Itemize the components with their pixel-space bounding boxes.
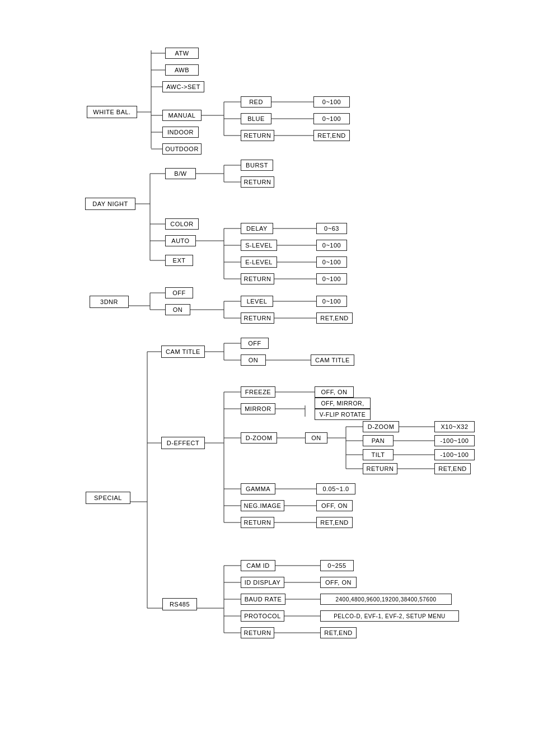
d-zoom-val-node: X10~X32 — [434, 421, 475, 432]
d-zoom-node: D-ZOOM — [241, 432, 277, 444]
off-3dnr-node: OFF — [165, 287, 193, 298]
color-node: COLOR — [165, 218, 199, 230]
on-3dnr-node: ON — [165, 304, 190, 315]
ret-end-3dnr-node: RET,END — [316, 312, 353, 324]
ret-end-wb-node: RET,END — [313, 130, 350, 141]
cam-title-off-node: OFF — [241, 338, 269, 349]
burst-node: BURST — [241, 160, 273, 171]
level-3dnr-node: LEVEL — [241, 296, 273, 307]
ret-end-de-node: RET,END — [316, 517, 353, 528]
delay-node: DELAY — [241, 223, 273, 234]
ext-node: EXT — [165, 255, 193, 266]
cam-id-node: CAM ID — [241, 560, 275, 571]
special-node: SPECIAL — [86, 492, 130, 504]
d-zoom-sub-node: D-ZOOM — [363, 421, 399, 432]
d-zoom-on-node: ON — [305, 432, 327, 444]
cam-title-on-node: ON — [241, 354, 266, 366]
freeze-node: FREEZE — [241, 386, 275, 398]
pan-node: PAN — [363, 435, 394, 446]
diagram: WHITE BAL. ATW AWB AWC->SET MANUAL INDOO… — [0, 0, 534, 756]
return-dn-node: RETURN — [241, 273, 274, 284]
bw-node: B/W — [165, 168, 196, 179]
red-val-node: 0~100 — [313, 96, 350, 108]
baud-val-node: 2400,4800,9600,19200,38400,57600 — [320, 594, 452, 605]
freeze-val-node: OFF, ON — [315, 386, 354, 398]
atw-node: ATW — [165, 48, 199, 59]
mirror-node: MIRROR — [241, 403, 275, 414]
id-display-val-node: OFF, ON — [320, 577, 357, 588]
return-rs-node: RETURN — [241, 627, 274, 638]
red-node: RED — [241, 96, 271, 108]
blue-node: BLUE — [241, 113, 271, 124]
gamma-val-node: 0.05~1.0 — [316, 483, 355, 494]
id-display-node: ID DISPLAY — [241, 577, 284, 588]
slevel-node: S-LEVEL — [241, 240, 277, 251]
delay-val-node: 0~63 — [316, 223, 347, 234]
return-dn-val-node: 0~100 — [316, 273, 347, 284]
tdnr-node: 3DNR — [90, 296, 129, 308]
day-night-node: DAY NIGHT — [85, 198, 135, 210]
auto-node: AUTO — [165, 235, 196, 246]
mirror-val-node: OFF, MIRROR, — [315, 398, 371, 409]
cam-id-val-node: 0~255 — [320, 560, 354, 571]
mirror-val2-node: V-FLIP ROTATE — [315, 409, 371, 420]
slevel-val-node: 0~100 — [316, 240, 347, 251]
rs485-node: RS485 — [162, 598, 197, 610]
baud-rate-node: BAUD RATE — [241, 594, 285, 605]
return-3dnr-node: RETURN — [241, 312, 274, 324]
neg-val-node: OFF, ON — [316, 500, 353, 511]
cam-title-val-node: CAM TITLE — [311, 354, 354, 366]
tilt-val-node: -100~100 — [434, 449, 475, 460]
return-dz-node: RETURN — [363, 463, 397, 474]
elevel-node: E-LEVEL — [241, 256, 277, 268]
manual-node: MANUAL — [162, 110, 202, 121]
neg-image-node: NEG.IMAGE — [241, 500, 284, 511]
d-effect-node: D-EFFECT — [161, 437, 205, 449]
return-wb-node: RETURN — [241, 130, 274, 141]
return-de-node: RETURN — [241, 517, 274, 528]
indoor-node: INDOOR — [162, 127, 199, 138]
white-bal-node: WHITE BAL. — [87, 106, 137, 118]
gamma-node: GAMMA — [241, 483, 275, 494]
ret-end-dz-node: RET,END — [434, 463, 471, 474]
protocol-node: PROTOCOL — [241, 610, 284, 622]
outdoor-node: OUTDOOR — [162, 143, 202, 155]
ret-end-rs-node: RET,END — [320, 627, 357, 638]
pan-val-node: -100~100 — [434, 435, 475, 446]
tilt-node: TILT — [363, 449, 394, 460]
cam-title-node: CAM TITLE — [161, 346, 205, 358]
awb-node: AWB — [165, 64, 199, 76]
return-bw-node: RETURN — [241, 176, 274, 188]
level-val-node: 0~100 — [316, 296, 347, 307]
protocol-val-node: PELCO-D, EVF-1, EVF-2, SETUP MENU — [320, 610, 459, 622]
awc-set-node: AWC->SET — [162, 81, 204, 92]
elevel-val-node: 0~100 — [316, 256, 347, 268]
blue-val-node: 0~100 — [313, 113, 350, 124]
